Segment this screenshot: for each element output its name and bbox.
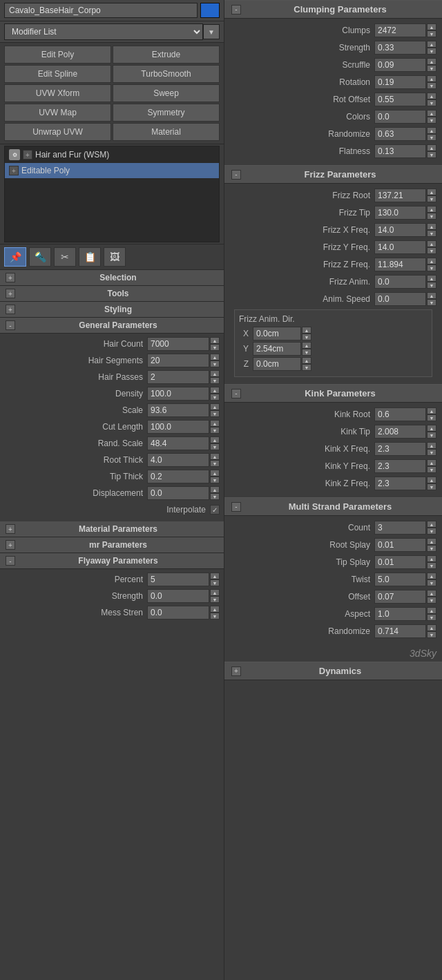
scruffle-input[interactable]: [374, 58, 426, 72]
anim-dir-x-up[interactable]: ▲: [302, 327, 311, 334]
count-up[interactable]: ▲: [427, 521, 436, 528]
frizz-x-up[interactable]: ▲: [427, 223, 436, 230]
tip-splay-up[interactable]: ▲: [427, 555, 436, 562]
clump-strength-up[interactable]: ▲: [427, 41, 436, 48]
anim-dir-z-down[interactable]: ▼: [302, 364, 311, 371]
kink-x-down[interactable]: ▼: [427, 449, 436, 456]
tip-thick-up[interactable]: ▲: [210, 470, 220, 477]
selection-section-header[interactable]: + Selection: [0, 270, 224, 286]
material-params-toggle-icon[interactable]: +: [6, 524, 15, 534]
offset-input[interactable]: [374, 590, 426, 604]
general-params-section-header[interactable]: - General Parameters: [0, 318, 224, 334]
twist-input[interactable]: [374, 573, 426, 586]
pick-tool-button[interactable]: ✂: [54, 247, 76, 267]
mess-stren-input[interactable]: [147, 606, 209, 619]
frizz-y-up[interactable]: ▲: [427, 240, 436, 247]
root-splay-up[interactable]: ▲: [427, 538, 436, 545]
stack-expand-plus[interactable]: +: [23, 150, 32, 160]
dynamics-toggle-icon[interactable]: +: [231, 666, 241, 676]
symmetry-button[interactable]: Symmetry: [113, 104, 220, 122]
interpolate-checkbox[interactable]: ✓: [210, 505, 220, 515]
frizz-anim-input[interactable]: [374, 275, 426, 289]
flyaway-strength-up[interactable]: ▲: [210, 589, 220, 596]
tip-splay-input[interactable]: [374, 555, 426, 569]
hair-segments-up[interactable]: ▲: [210, 354, 220, 361]
object-name-input[interactable]: [4, 3, 198, 18]
hair-passes-input[interactable]: [147, 370, 209, 384]
root-thick-input[interactable]: [147, 453, 209, 467]
rot-offset-up[interactable]: ▲: [427, 93, 436, 99]
count-down[interactable]: ▼: [427, 528, 436, 535]
anim-dir-x-input[interactable]: [253, 327, 301, 340]
color-swatch[interactable]: [200, 3, 220, 18]
clump-randomize-up[interactable]: ▲: [427, 127, 436, 134]
flyaway-params-toggle-icon[interactable]: -: [6, 556, 15, 566]
mr-params-section-header[interactable]: + mr Parameters: [0, 537, 224, 553]
rand-scale-up[interactable]: ▲: [210, 436, 220, 443]
density-input[interactable]: [147, 387, 209, 401]
frizz-section-header[interactable]: - Frizz Parameters: [224, 165, 442, 184]
flatness-up[interactable]: ▲: [427, 144, 436, 151]
stack-item-hair-fur[interactable]: ⚙ + Hair and Fur (WSM): [5, 146, 219, 163]
anim-dir-y-down[interactable]: ▼: [302, 349, 311, 356]
kink-root-input[interactable]: [374, 407, 426, 421]
unwrap-uvw-button[interactable]: Unwrap UVW: [4, 123, 111, 141]
twist-down[interactable]: ▼: [427, 579, 436, 586]
ms-randomize-up[interactable]: ▲: [427, 624, 436, 631]
tip-thick-down[interactable]: ▼: [210, 477, 220, 483]
clump-strength-down[interactable]: ▼: [427, 48, 436, 55]
cut-length-up[interactable]: ▲: [210, 420, 220, 427]
selection-toggle-icon[interactable]: +: [6, 273, 15, 282]
count-input[interactable]: [374, 521, 426, 535]
flyaway-strength-input[interactable]: [147, 589, 209, 603]
anim-dir-x-down[interactable]: ▼: [302, 334, 311, 340]
kink-section-header[interactable]: - Kink Parameters: [224, 384, 442, 403]
anim-dir-z-up[interactable]: ▲: [302, 357, 311, 364]
tools-toggle-icon[interactable]: +: [6, 289, 15, 298]
kink-root-up[interactable]: ▲: [427, 407, 436, 414]
edit-poly-button[interactable]: Edit Poly: [4, 46, 111, 64]
clumping-section-header[interactable]: - Clumping Parameters: [224, 0, 442, 19]
edit-spline-button[interactable]: Edit Spline: [4, 65, 111, 83]
density-down[interactable]: ▼: [210, 394, 220, 401]
percent-input[interactable]: [147, 573, 209, 586]
frizz-tip-up[interactable]: ▲: [427, 206, 436, 213]
hair-passes-down[interactable]: ▼: [210, 377, 220, 384]
scruffle-up[interactable]: ▲: [427, 58, 436, 65]
frizz-root-input[interactable]: [374, 189, 426, 202]
clumps-down[interactable]: ▼: [427, 30, 436, 37]
hair-count-down[interactable]: ▼: [210, 344, 220, 351]
colors-up[interactable]: ▲: [427, 110, 436, 117]
clumps-up[interactable]: ▲: [427, 23, 436, 30]
aspect-up[interactable]: ▲: [427, 607, 436, 614]
turbo-smooth-button[interactable]: TurboSmooth: [113, 65, 220, 83]
anim-dir-y-input[interactable]: [253, 342, 301, 356]
kink-tip-input[interactable]: [374, 425, 426, 439]
kink-z-down[interactable]: ▼: [427, 483, 436, 490]
kink-tip-up[interactable]: ▲: [427, 425, 436, 432]
kink-y-input[interactable]: [374, 459, 426, 473]
scale-up[interactable]: ▲: [210, 403, 220, 410]
rand-scale-down[interactable]: ▼: [210, 443, 220, 450]
frizz-x-input[interactable]: [374, 223, 426, 237]
anim-dir-z-input[interactable]: [253, 357, 301, 371]
frizz-tip-down[interactable]: ▼: [427, 213, 436, 220]
frizz-z-input[interactable]: [374, 258, 426, 271]
uvw-xform-button[interactable]: UVW Xform: [4, 84, 111, 102]
frizz-y-down[interactable]: ▼: [427, 247, 436, 254]
kink-tip-down[interactable]: ▼: [427, 432, 436, 439]
scruffle-down[interactable]: ▼: [427, 65, 436, 72]
colors-down[interactable]: ▼: [427, 117, 436, 124]
percent-down[interactable]: ▼: [210, 579, 220, 586]
frizz-z-up[interactable]: ▲: [427, 258, 436, 265]
clump-randomize-down[interactable]: ▼: [427, 134, 436, 141]
aspect-down[interactable]: ▼: [427, 614, 436, 621]
kink-x-input[interactable]: [374, 442, 426, 456]
kink-toggle-icon[interactable]: -: [231, 389, 241, 398]
scale-input[interactable]: [147, 403, 209, 417]
tools-section-header[interactable]: + Tools: [0, 286, 224, 302]
percent-up[interactable]: ▲: [210, 573, 220, 579]
rot-offset-down[interactable]: ▼: [427, 99, 436, 106]
frizz-toggle-icon[interactable]: -: [231, 170, 241, 180]
config-tool-button[interactable]: 🖼: [104, 247, 126, 267]
